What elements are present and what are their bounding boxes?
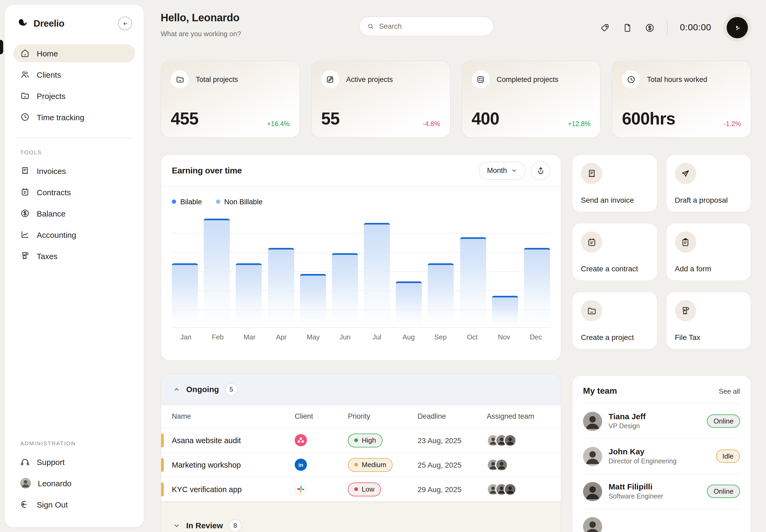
table-row[interactable]: KYC verification app Low 29 Aug, 2025 (161, 477, 561, 502)
x-axis-tick: Jul (364, 333, 390, 341)
row-accent-bar (161, 483, 164, 496)
legend-item-non-billable: Non Billable (216, 198, 263, 206)
search-input[interactable] (379, 22, 486, 30)
clock-icon (20, 112, 30, 122)
team-member-row[interactable]: Tiana Jeff VP Design Online (583, 404, 740, 439)
stat-label: Total projects (196, 75, 238, 83)
stat-value: 600hrs (622, 109, 675, 129)
chevron-down-icon[interactable] (173, 522, 180, 529)
search-bar[interactable] (359, 16, 494, 36)
x-axis-tick: May (300, 333, 326, 341)
sidebar-item-sign-out[interactable]: Sign Out (13, 495, 135, 513)
sidebar-item-clients[interactable]: Clients (13, 65, 135, 84)
nav-label: Invoices (37, 166, 66, 175)
team-member-row[interactable]: Matt Filipilli Software Engineer Online (583, 474, 740, 509)
search-icon (367, 22, 374, 30)
column-header-name: Name (161, 412, 295, 420)
priority-badge: High (348, 433, 382, 447)
sidebar-collapse-button[interactable] (118, 16, 132, 30)
chevron-up-icon[interactable] (173, 385, 180, 393)
clock-icon (622, 70, 640, 88)
stat-delta: +16.4% (267, 120, 290, 128)
deadline: 25 Aug, 2025 (418, 460, 487, 469)
assigned-avatars (487, 483, 561, 496)
slack-logo-icon (295, 483, 307, 495)
stat-card-completed-projects: Completed projects 400 +12.8% (461, 61, 601, 138)
toolbar-divider (667, 20, 668, 36)
send-invoice-card[interactable]: Send an invoice (572, 154, 657, 212)
dollar-circle-icon[interactable] (645, 23, 655, 33)
nav-label: Time tracking (37, 113, 84, 122)
stat-card-total-hours: Total hours worked 600hrs -1.2% (612, 61, 751, 138)
paper-plane-icon (675, 163, 696, 184)
stat-label: Active projects (346, 75, 393, 83)
sidebar-item-projects[interactable]: Projects (13, 87, 135, 105)
legend-dot-non-billable (216, 199, 220, 204)
stat-delta: -4.8% (423, 120, 440, 128)
nav-label: Home (37, 49, 58, 58)
member-role: Software Engineer (609, 492, 663, 501)
bar-apr (268, 248, 294, 327)
stat-delta: -1.2% (724, 120, 741, 128)
team-member-row[interactable] (583, 509, 740, 532)
bar-dec (524, 248, 550, 327)
draft-proposal-card[interactable]: Draft a proposal (666, 154, 751, 212)
table-row[interactable]: Marketing workshop in Medium 25 Aug, 202… (161, 453, 561, 477)
receipt-icon (581, 163, 602, 184)
contract-icon (581, 231, 602, 253)
see-all-link[interactable]: See all (719, 387, 740, 395)
team-member-row[interactable]: John Kay Director of Engineering Idle (583, 439, 740, 474)
chart-line-icon (20, 230, 30, 239)
bar-mar (236, 263, 262, 327)
x-axis-tick: Oct (459, 333, 485, 341)
stat-delta: +12.8% (568, 120, 591, 128)
home-icon (20, 48, 30, 58)
export-chart-button[interactable] (531, 161, 550, 180)
chart-legend: Bilable Non Billable (172, 196, 550, 207)
sidebar-item-accounting[interactable]: Accounting (13, 226, 135, 244)
create-project-card[interactable]: Create a project (572, 292, 657, 350)
action-label: Create a contract (581, 264, 638, 273)
column-header-priority: Priority (348, 412, 418, 420)
in-review-section-header[interactable]: In Review 8 (161, 502, 561, 532)
sidebar-item-profile[interactable]: Leonardo (13, 474, 135, 492)
start-timer-button[interactable] (723, 14, 751, 41)
table-row[interactable]: Asana website audit High 23 Aug, 2025 (161, 428, 561, 453)
section-title: Ongoing (186, 385, 219, 394)
sidebar-item-balance[interactable]: Balance (13, 204, 135, 222)
nav-label: Accounting (37, 230, 76, 239)
assigned-avatars (487, 458, 561, 471)
dashboard-app: Dreelio Home Clients Projects Time track… (0, 0, 766, 532)
timer-display: 0:00:00 (680, 22, 711, 33)
clipboard-icon (675, 231, 696, 253)
file-tax-card[interactable]: File Tax (666, 292, 751, 350)
sidebar-item-home[interactable]: Home (13, 44, 135, 62)
sidebar: Dreelio Home Clients Projects Time track… (5, 5, 144, 527)
stat-value: 55 (321, 109, 340, 129)
users-icon (20, 70, 30, 79)
sidebar-item-taxes[interactable]: Taxes (13, 247, 135, 265)
file-icon[interactable] (622, 23, 632, 33)
folder-icon (581, 300, 602, 321)
ongoing-section-header[interactable]: Ongoing 5 (161, 374, 561, 405)
range-selector-dropdown[interactable]: Month (479, 161, 526, 180)
add-form-card[interactable]: Add a form (666, 223, 751, 281)
action-label: Draft a proposal (675, 196, 728, 204)
sidebar-item-support[interactable]: Support (13, 453, 135, 471)
tag-icon[interactable] (600, 23, 610, 33)
avatar (583, 517, 602, 532)
assigned-avatars (487, 434, 561, 447)
stat-label: Completed projects (497, 75, 559, 83)
x-axis-tick: Nov (491, 333, 517, 341)
stat-value: 455 (171, 109, 198, 129)
sidebar-item-time-tracking[interactable]: Time tracking (13, 108, 135, 126)
bar-jan (172, 263, 198, 327)
legend-item-billable: Bilable (172, 198, 202, 206)
dreelio-logo-icon (16, 17, 29, 30)
bar-chart (172, 219, 550, 328)
sidebar-item-invoices[interactable]: Invoices (13, 162, 135, 180)
brand-header: Dreelio (13, 14, 135, 30)
brand-name: Dreelio (34, 18, 64, 29)
create-contract-card[interactable]: Create a contract (572, 223, 657, 281)
sidebar-item-contracts[interactable]: Contracts (13, 183, 135, 201)
